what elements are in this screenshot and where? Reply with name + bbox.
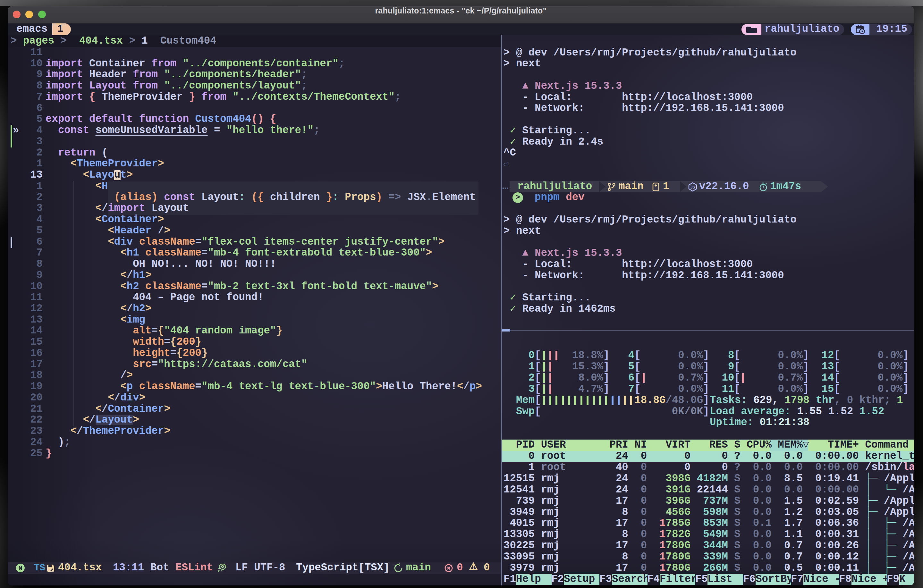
svg-text:JS: JS [690,185,695,189]
